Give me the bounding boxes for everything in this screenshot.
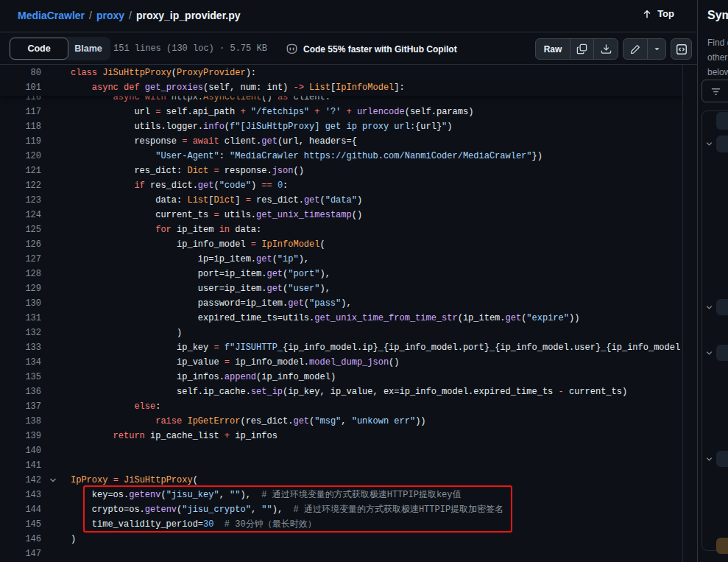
code-line-137: 137 else: xyxy=(0,399,682,414)
code-line-131: 131 expired_time_ts=utils.get_unix_time_… xyxy=(0,311,682,326)
line-number[interactable]: 130 xyxy=(0,296,41,311)
symbol-item[interactable] xyxy=(716,345,728,361)
code-text: ip=ip_item.get("ip"), xyxy=(71,252,309,267)
code-line-124: 124 current_ts = utils.get_unix_timestam… xyxy=(0,208,682,222)
code-line-119: 119 response = await client.get(url, hea… xyxy=(0,134,682,149)
line-number[interactable]: 117 xyxy=(0,105,41,119)
chevron-down-icon[interactable] xyxy=(705,349,713,357)
back-to-top-button[interactable]: Top xyxy=(642,8,674,19)
breadcrumb-file-name: proxy_ip_provider.py xyxy=(136,10,241,21)
line-number[interactable]: 120 xyxy=(0,149,41,164)
code-text: self.ip_cache.set_ip(ip_key, ip_value, e… xyxy=(71,384,627,399)
line-number[interactable]: 126 xyxy=(0,237,41,252)
raw-button[interactable]: Raw xyxy=(536,39,570,59)
line-number[interactable]: 132 xyxy=(0,326,41,340)
line-number[interactable]: 123 xyxy=(0,193,41,208)
symbol-item[interactable] xyxy=(716,538,728,554)
line-number[interactable]: 137 xyxy=(0,399,41,414)
code-symbols-icon xyxy=(676,43,688,55)
code-text: utils.logger.info(f"[JiSuHttpProxy] get … xyxy=(71,119,453,134)
tab-blame[interactable]: Blame xyxy=(68,38,108,60)
code-line-128: 128 port=ip_item.get("port"), xyxy=(0,267,682,281)
code-text: else: xyxy=(71,399,160,414)
code-text: if res_dict.get("code") == 0: xyxy=(71,178,288,193)
code-line-130: 130 password=ip_item.get("pass"), xyxy=(0,296,682,311)
code-text: class JiSuHttpProxy(ProxyProvider): xyxy=(71,66,256,80)
file-header: MediaCrawler/proxy/proxy_ip_provider.py … xyxy=(0,0,698,32)
code-text: raise IpGetError(res_dict.get("msg", "un… xyxy=(71,414,426,429)
line-number[interactable]: 134 xyxy=(0,355,41,370)
code-line-129: 129 user=ip_item.get("user"), xyxy=(0,281,682,296)
edit-dropdown-button[interactable] xyxy=(648,39,665,59)
copy-icon xyxy=(576,43,587,55)
line-number[interactable]: 142 xyxy=(0,473,41,488)
line-number[interactable]: 141 xyxy=(0,458,41,473)
code-text: async def get_proxies(self, num: int) ->… xyxy=(71,80,405,95)
line-number[interactable]: 121 xyxy=(0,164,41,178)
line-number[interactable]: 144 xyxy=(0,502,41,517)
breadcrumb: MediaCrawler/proxy/proxy_ip_provider.py xyxy=(18,10,241,21)
line-number[interactable]: 143 xyxy=(0,488,41,502)
code-line-135: 135 ip_infos.append(ip_info_model) xyxy=(0,370,682,384)
chevron-down-icon[interactable] xyxy=(705,303,713,312)
breadcrumb-dir-link[interactable]: proxy xyxy=(96,10,124,21)
line-number[interactable]: 125 xyxy=(0,222,41,237)
symbol-item[interactable] xyxy=(716,299,728,315)
line-number[interactable]: 147 xyxy=(0,547,41,561)
line-number[interactable]: 140 xyxy=(0,443,41,458)
code-line-122: 122 if res_dict.get("code") == 0: xyxy=(0,178,682,193)
line-number[interactable]: 124 xyxy=(0,208,41,222)
code-line-127: 127 ip=ip_item.get("ip"), xyxy=(0,252,682,267)
code-line-147: 147 xyxy=(0,547,682,561)
line-number[interactable]: 119 xyxy=(0,134,41,149)
chevron-down-icon[interactable] xyxy=(705,455,713,463)
top-label: Top xyxy=(657,8,674,19)
line-number[interactable]: 131 xyxy=(0,311,41,326)
copy-raw-button[interactable] xyxy=(570,39,594,59)
symbols-panel-toggle-button[interactable] xyxy=(671,38,692,60)
line-number[interactable]: 129 xyxy=(0,281,41,296)
code-text: return ip_cache_list + ip_infos xyxy=(71,429,278,443)
line-number[interactable]: 118 xyxy=(0,119,41,134)
copilot-banner[interactable]: Code 55% faster with GitHub Copilot xyxy=(286,43,457,55)
line-number[interactable]: 135 xyxy=(0,370,41,384)
line-number[interactable]: 139 xyxy=(0,429,41,443)
symbol-item[interactable] xyxy=(716,112,728,130)
breadcrumb-separator: / xyxy=(124,10,136,21)
edit-file-button[interactable] xyxy=(623,39,648,59)
symbol-item[interactable] xyxy=(716,451,728,467)
code-line-125: 125 for ip_item in data: xyxy=(0,222,682,237)
line-number[interactable]: 127 xyxy=(0,252,41,267)
download-raw-button[interactable] xyxy=(594,39,618,59)
symbols-filter-input[interactable] xyxy=(702,80,728,102)
fold-chevron-icon[interactable] xyxy=(49,476,57,485)
symbol-item[interactable] xyxy=(716,136,728,152)
breadcrumb-repo-link[interactable]: MediaCrawler xyxy=(18,10,85,21)
copilot-icon xyxy=(286,43,298,55)
code-line-118: 118 utils.logger.info(f"[JiSuHttpProxy] … xyxy=(0,119,682,134)
symbols-panel-title: Symbols xyxy=(707,9,728,22)
line-number[interactable]: 80 xyxy=(0,66,41,80)
scrollbar-track[interactable] xyxy=(682,65,683,562)
line-number[interactable]: 146 xyxy=(0,532,41,547)
line-number[interactable]: 128 xyxy=(0,267,41,281)
line-number[interactable]: 122 xyxy=(0,178,41,193)
code-text: user=ip_item.get("user"), xyxy=(71,281,331,296)
line-number[interactable]: 145 xyxy=(0,517,41,532)
line-number[interactable]: 138 xyxy=(0,414,41,429)
tab-code[interactable]: Code xyxy=(10,38,68,60)
line-number[interactable]: 136 xyxy=(0,384,41,399)
code-line-134: 134 ip_value = ip_info_model.model_dump_… xyxy=(0,355,682,370)
line-number[interactable]: 101 xyxy=(0,80,41,95)
code-line-80: 80class JiSuHttpProxy(ProxyProvider): xyxy=(0,66,682,80)
file-toolbar: Code Blame 151 lines (130 loc) · 5.75 KB… xyxy=(0,32,698,65)
file-view: MediaCrawler/proxy/proxy_ip_provider.py … xyxy=(0,0,698,562)
line-number[interactable]: 133 xyxy=(0,340,41,355)
symbols-panel-description: Find definitions and references for func… xyxy=(707,35,728,80)
edit-button-group xyxy=(623,38,666,60)
filter-icon xyxy=(710,86,721,97)
code-line-133: 133 ip_key = f"JISUHTTP_{ip_info_model.i… xyxy=(0,340,682,355)
code-line-126: 126 ip_info_model = IpInfoModel( xyxy=(0,237,682,252)
chevron-down-icon[interactable] xyxy=(705,140,713,148)
code-text: ip_key = f"JISUHTTP_{ip_info_model.ip}_{… xyxy=(71,340,680,355)
